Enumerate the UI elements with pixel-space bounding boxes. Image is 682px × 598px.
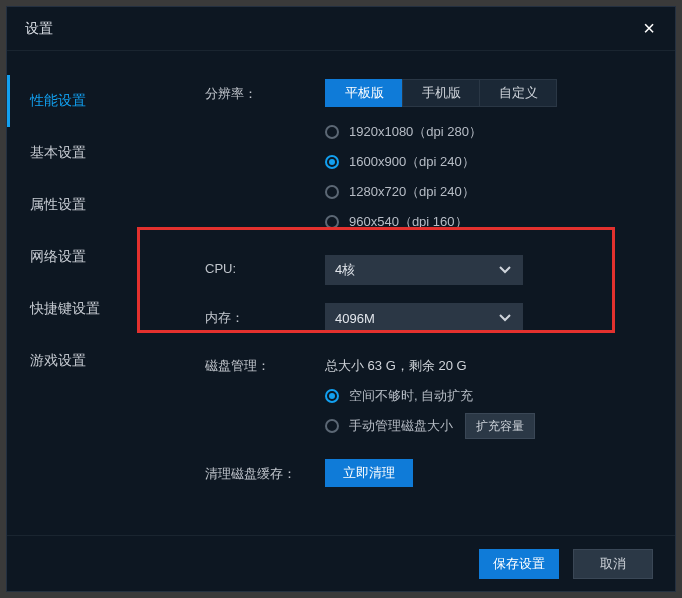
content-pane: 分辨率： 平板版 手机版 自定义 1920x1080（dpi 280） 1600… xyxy=(155,51,675,535)
expand-capacity-button[interactable]: 扩充容量 xyxy=(465,413,535,439)
memory-dropdown[interactable]: 4096M xyxy=(325,303,523,333)
label-resolution: 分辨率： xyxy=(205,79,325,103)
cancel-button[interactable]: 取消 xyxy=(573,549,653,579)
sidebar-item-label: 游戏设置 xyxy=(30,352,86,370)
resolution-segments: 平板版 手机版 自定义 xyxy=(325,79,655,107)
radio-icon xyxy=(325,215,339,229)
label-memory: 内存： xyxy=(205,303,325,327)
sidebar-item-shortcut[interactable]: 快捷键设置 xyxy=(7,283,155,335)
resolution-options: 1920x1080（dpi 280） 1600x900（dpi 240） 128… xyxy=(325,117,655,237)
row-disk: 磁盘管理： 总大小 63 G，剩余 20 G 空间不够时, 自动扩充 手动管理磁… xyxy=(205,351,655,441)
window-body: 性能设置 基本设置 属性设置 网络设置 快捷键设置 游戏设置 分辨率： 平板版 … xyxy=(7,51,675,535)
sidebar-item-performance[interactable]: 性能设置 xyxy=(7,75,155,127)
radio-icon xyxy=(325,125,339,139)
seg-custom[interactable]: 自定义 xyxy=(479,79,557,107)
sidebar-item-game[interactable]: 游戏设置 xyxy=(7,335,155,387)
sidebar-item-label: 基本设置 xyxy=(30,144,86,162)
save-button[interactable]: 保存设置 xyxy=(479,549,559,579)
disk-summary: 总大小 63 G，剩余 20 G xyxy=(325,351,655,375)
seg-tablet[interactable]: 平板版 xyxy=(325,79,403,107)
radio-icon xyxy=(325,155,339,169)
titlebar: 设置 × xyxy=(7,7,675,51)
seg-phone[interactable]: 手机版 xyxy=(402,79,480,107)
resolution-option[interactable]: 1600x900（dpi 240） xyxy=(325,147,655,177)
cpu-dropdown[interactable]: 4核 xyxy=(325,255,523,285)
radio-icon xyxy=(325,389,339,403)
window-title: 设置 xyxy=(25,20,53,38)
memory-value: 4096M xyxy=(335,311,375,326)
close-icon[interactable]: × xyxy=(637,17,661,40)
label-disk: 磁盘管理： xyxy=(205,351,325,375)
chevron-down-icon xyxy=(497,309,513,328)
row-memory: 内存： 4096M xyxy=(205,303,655,333)
radio-icon xyxy=(325,419,339,433)
disk-auto-option[interactable]: 空间不够时, 自动扩充 xyxy=(325,381,655,411)
clear-cache-button[interactable]: 立即清理 xyxy=(325,459,413,487)
sidebar-item-network[interactable]: 网络设置 xyxy=(7,231,155,283)
row-resolution: 分辨率： 平板版 手机版 自定义 1920x1080（dpi 280） 1600… xyxy=(205,79,655,237)
sidebar-item-label: 性能设置 xyxy=(30,92,86,110)
row-cache: 清理磁盘缓存： 立即清理 xyxy=(205,459,655,487)
row-cpu: CPU: 4核 xyxy=(205,255,655,285)
radio-icon xyxy=(325,185,339,199)
sidebar: 性能设置 基本设置 属性设置 网络设置 快捷键设置 游戏设置 xyxy=(7,51,155,535)
resolution-option[interactable]: 960x540（dpi 160） xyxy=(325,207,655,237)
resolution-option[interactable]: 1280x720（dpi 240） xyxy=(325,177,655,207)
label-cpu: CPU: xyxy=(205,255,325,276)
chevron-down-icon xyxy=(497,261,513,280)
sidebar-item-label: 属性设置 xyxy=(30,196,86,214)
cpu-value: 4核 xyxy=(335,261,355,279)
disk-manual-option[interactable]: 手动管理磁盘大小 扩充容量 xyxy=(325,411,655,441)
sidebar-item-basic[interactable]: 基本设置 xyxy=(7,127,155,179)
sidebar-item-label: 网络设置 xyxy=(30,248,86,266)
settings-window: 设置 × 性能设置 基本设置 属性设置 网络设置 快捷键设置 游戏设置 分辨率：… xyxy=(6,6,676,592)
sidebar-item-label: 快捷键设置 xyxy=(30,300,100,318)
label-cache: 清理磁盘缓存： xyxy=(205,459,325,483)
sidebar-item-property[interactable]: 属性设置 xyxy=(7,179,155,231)
resolution-option[interactable]: 1920x1080（dpi 280） xyxy=(325,117,655,147)
footer: 保存设置 取消 xyxy=(7,535,675,591)
